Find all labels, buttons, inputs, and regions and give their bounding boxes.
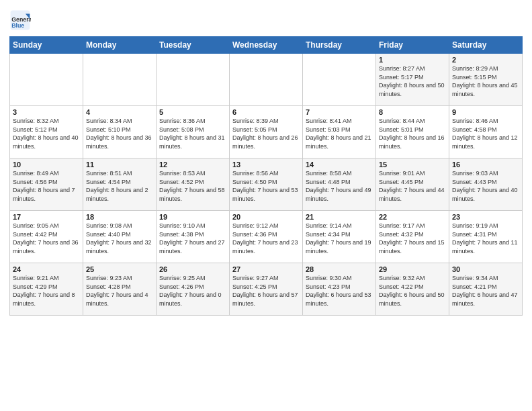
day-number: 16 bbox=[452, 161, 519, 169]
col-header-tuesday: Tuesday bbox=[157, 37, 230, 54]
calendar-cell: 2Sunrise: 8:29 AM Sunset: 5:15 PM Daylig… bbox=[449, 54, 523, 106]
day-info: Sunrise: 8:32 AM Sunset: 5:12 PM Dayligh… bbox=[13, 117, 80, 150]
day-info: Sunrise: 9:23 AM Sunset: 4:28 PM Dayligh… bbox=[86, 274, 153, 308]
calendar-cell bbox=[157, 54, 230, 106]
col-header-monday: Monday bbox=[83, 37, 157, 54]
day-number: 19 bbox=[159, 213, 226, 221]
calendar-cell: 1Sunrise: 8:27 AM Sunset: 5:17 PM Daylig… bbox=[376, 54, 449, 106]
day-number: 8 bbox=[379, 108, 446, 116]
day-number: 11 bbox=[86, 161, 153, 169]
day-number: 15 bbox=[379, 161, 446, 169]
day-number: 1 bbox=[379, 56, 446, 64]
calendar-cell bbox=[83, 54, 157, 106]
day-info: Sunrise: 8:44 AM Sunset: 5:01 PM Dayligh… bbox=[379, 117, 446, 150]
calendar-cell: 24Sunrise: 9:21 AM Sunset: 4:29 PM Dayli… bbox=[10, 263, 83, 316]
day-info: Sunrise: 8:49 AM Sunset: 4:56 PM Dayligh… bbox=[13, 169, 80, 203]
main-container: General Blue SundayMondayTuesdayWednesda… bbox=[0, 0, 532, 320]
calendar-cell: 9Sunrise: 8:46 AM Sunset: 4:58 PM Daylig… bbox=[449, 106, 523, 158]
day-info: Sunrise: 9:05 AM Sunset: 4:42 PM Dayligh… bbox=[13, 222, 80, 255]
day-number: 30 bbox=[452, 265, 519, 273]
calendar-cell: 8Sunrise: 8:44 AM Sunset: 5:01 PM Daylig… bbox=[376, 106, 449, 158]
day-info: Sunrise: 9:19 AM Sunset: 4:31 PM Dayligh… bbox=[452, 222, 519, 255]
day-number: 6 bbox=[232, 108, 300, 116]
day-info: Sunrise: 9:08 AM Sunset: 4:40 PM Dayligh… bbox=[86, 222, 153, 255]
day-info: Sunrise: 8:36 AM Sunset: 5:08 PM Dayligh… bbox=[159, 117, 226, 150]
calendar-cell: 14Sunrise: 8:58 AM Sunset: 4:48 PM Dayli… bbox=[303, 158, 376, 211]
svg-text:Blue: Blue bbox=[11, 22, 24, 29]
calendar-week-row: 3Sunrise: 8:32 AM Sunset: 5:12 PM Daylig… bbox=[10, 106, 523, 158]
day-number: 23 bbox=[452, 213, 519, 221]
col-header-wednesday: Wednesday bbox=[230, 37, 303, 54]
calendar-week-row: 10Sunrise: 8:49 AM Sunset: 4:56 PM Dayli… bbox=[10, 158, 523, 211]
day-number: 13 bbox=[232, 161, 300, 169]
calendar-cell bbox=[10, 54, 83, 106]
day-info: Sunrise: 8:56 AM Sunset: 4:50 PM Dayligh… bbox=[232, 169, 300, 203]
calendar-cell: 4Sunrise: 8:34 AM Sunset: 5:10 PM Daylig… bbox=[83, 106, 157, 158]
day-number: 12 bbox=[159, 161, 226, 169]
calendar-cell: 17Sunrise: 9:05 AM Sunset: 4:42 PM Dayli… bbox=[10, 211, 83, 263]
day-info: Sunrise: 9:34 AM Sunset: 4:21 PM Dayligh… bbox=[452, 274, 519, 308]
calendar-cell: 5Sunrise: 8:36 AM Sunset: 5:08 PM Daylig… bbox=[157, 106, 230, 158]
day-info: Sunrise: 8:53 AM Sunset: 4:52 PM Dayligh… bbox=[159, 169, 226, 203]
day-number: 7 bbox=[306, 108, 373, 116]
day-info: Sunrise: 9:21 AM Sunset: 4:29 PM Dayligh… bbox=[13, 274, 80, 308]
day-number: 29 bbox=[379, 265, 446, 273]
logo: General Blue bbox=[9, 9, 32, 31]
day-number: 24 bbox=[13, 265, 80, 273]
col-header-saturday: Saturday bbox=[449, 37, 523, 54]
calendar-cell: 23Sunrise: 9:19 AM Sunset: 4:31 PM Dayli… bbox=[449, 211, 523, 263]
day-info: Sunrise: 8:41 AM Sunset: 5:03 PM Dayligh… bbox=[306, 117, 373, 150]
day-number: 20 bbox=[232, 213, 300, 221]
calendar-cell: 19Sunrise: 9:10 AM Sunset: 4:38 PM Dayli… bbox=[157, 211, 230, 263]
day-info: Sunrise: 8:39 AM Sunset: 5:05 PM Dayligh… bbox=[232, 117, 300, 150]
day-number: 17 bbox=[13, 213, 80, 221]
calendar-week-row: 24Sunrise: 9:21 AM Sunset: 4:29 PM Dayli… bbox=[10, 263, 523, 316]
day-number: 26 bbox=[159, 265, 226, 273]
calendar-cell: 25Sunrise: 9:23 AM Sunset: 4:28 PM Dayli… bbox=[83, 263, 157, 316]
calendar-cell: 29Sunrise: 9:32 AM Sunset: 4:22 PM Dayli… bbox=[376, 263, 449, 316]
day-info: Sunrise: 9:32 AM Sunset: 4:22 PM Dayligh… bbox=[379, 274, 446, 308]
day-number: 10 bbox=[13, 161, 80, 169]
day-info: Sunrise: 8:46 AM Sunset: 4:58 PM Dayligh… bbox=[452, 117, 519, 150]
day-number: 9 bbox=[452, 108, 519, 116]
calendar-cell: 15Sunrise: 9:01 AM Sunset: 4:45 PM Dayli… bbox=[376, 158, 449, 211]
calendar-cell: 18Sunrise: 9:08 AM Sunset: 4:40 PM Dayli… bbox=[83, 211, 157, 263]
day-info: Sunrise: 9:14 AM Sunset: 4:34 PM Dayligh… bbox=[306, 222, 373, 255]
calendar-table: SundayMondayTuesdayWednesdayThursdayFrid… bbox=[9, 36, 523, 316]
day-info: Sunrise: 8:27 AM Sunset: 5:17 PM Dayligh… bbox=[379, 64, 446, 98]
calendar-week-row: 1Sunrise: 8:27 AM Sunset: 5:17 PM Daylig… bbox=[10, 54, 523, 106]
calendar-header-row: SundayMondayTuesdayWednesdayThursdayFrid… bbox=[10, 37, 523, 54]
header: General Blue bbox=[9, 7, 523, 31]
calendar-cell: 11Sunrise: 8:51 AM Sunset: 4:54 PM Dayli… bbox=[83, 158, 157, 211]
calendar-cell: 26Sunrise: 9:25 AM Sunset: 4:26 PM Dayli… bbox=[157, 263, 230, 316]
calendar-cell: 13Sunrise: 8:56 AM Sunset: 4:50 PM Dayli… bbox=[230, 158, 303, 211]
day-info: Sunrise: 9:10 AM Sunset: 4:38 PM Dayligh… bbox=[159, 222, 226, 255]
day-info: Sunrise: 9:12 AM Sunset: 4:36 PM Dayligh… bbox=[232, 222, 300, 255]
calendar-cell: 30Sunrise: 9:34 AM Sunset: 4:21 PM Dayli… bbox=[449, 263, 523, 316]
day-info: Sunrise: 9:25 AM Sunset: 4:26 PM Dayligh… bbox=[159, 274, 226, 308]
col-header-thursday: Thursday bbox=[303, 37, 376, 54]
calendar-cell bbox=[230, 54, 303, 106]
day-info: Sunrise: 8:58 AM Sunset: 4:48 PM Dayligh… bbox=[306, 169, 373, 203]
calendar-cell: 12Sunrise: 8:53 AM Sunset: 4:52 PM Dayli… bbox=[157, 158, 230, 211]
day-info: Sunrise: 8:34 AM Sunset: 5:10 PM Dayligh… bbox=[86, 117, 153, 150]
calendar-week-row: 17Sunrise: 9:05 AM Sunset: 4:42 PM Dayli… bbox=[10, 211, 523, 263]
col-header-sunday: Sunday bbox=[10, 37, 83, 54]
day-number: 5 bbox=[159, 108, 226, 116]
calendar-cell: 20Sunrise: 9:12 AM Sunset: 4:36 PM Dayli… bbox=[230, 211, 303, 263]
day-info: Sunrise: 9:17 AM Sunset: 4:32 PM Dayligh… bbox=[379, 222, 446, 255]
day-number: 27 bbox=[232, 265, 300, 273]
day-number: 21 bbox=[306, 213, 373, 221]
day-number: 2 bbox=[452, 56, 519, 64]
day-info: Sunrise: 8:29 AM Sunset: 5:15 PM Dayligh… bbox=[452, 64, 519, 98]
day-info: Sunrise: 9:03 AM Sunset: 4:43 PM Dayligh… bbox=[452, 169, 519, 203]
calendar-cell: 28Sunrise: 9:30 AM Sunset: 4:23 PM Dayli… bbox=[303, 263, 376, 316]
calendar-cell: 10Sunrise: 8:49 AM Sunset: 4:56 PM Dayli… bbox=[10, 158, 83, 211]
day-number: 18 bbox=[86, 213, 153, 221]
svg-text:General: General bbox=[11, 16, 31, 23]
day-number: 25 bbox=[86, 265, 153, 273]
calendar-cell: 21Sunrise: 9:14 AM Sunset: 4:34 PM Dayli… bbox=[303, 211, 376, 263]
day-number: 14 bbox=[306, 161, 373, 169]
day-info: Sunrise: 9:30 AM Sunset: 4:23 PM Dayligh… bbox=[306, 274, 373, 308]
day-number: 4 bbox=[86, 108, 153, 116]
